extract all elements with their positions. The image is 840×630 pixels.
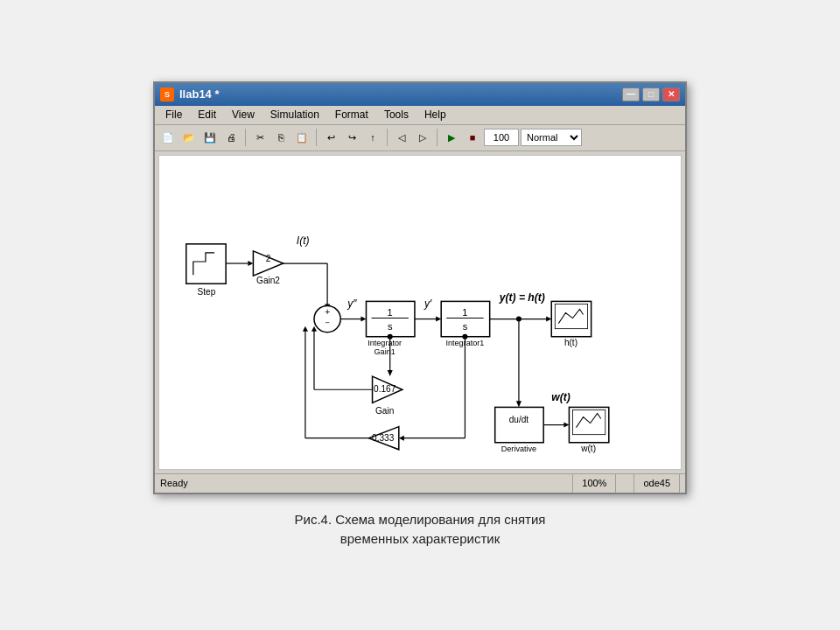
svg-marker-44 — [564, 422, 569, 427]
undo-button[interactable]: ↩ — [321, 128, 340, 147]
paste-button[interactable]: 📋 — [292, 128, 312, 147]
status-zoom: 100% — [573, 474, 616, 493]
simulink-diagram: Step 2 Gain2 I(t) + − y″ — [159, 156, 681, 469]
svg-text:Gain: Gain — [375, 406, 394, 416]
menu-format[interactable]: Format — [328, 107, 375, 122]
mode-select[interactable]: Normal Accelerator — [521, 129, 582, 146]
app-icon: S — [160, 88, 174, 102]
separator1 — [245, 129, 246, 146]
status-solver: ode45 — [634, 474, 680, 493]
maximize-button[interactable]: □ — [642, 88, 660, 102]
ready-label: Ready — [160, 478, 188, 488]
svg-text:y(t) = h(t): y(t) = h(t) — [499, 291, 545, 304]
svg-text:y″: y″ — [346, 298, 357, 310]
menu-tools[interactable]: Tools — [377, 107, 416, 122]
menu-help[interactable]: Help — [417, 107, 453, 122]
title-bar-left: S llab14 * — [160, 88, 220, 102]
svg-text:+: + — [325, 306, 330, 316]
svg-text:s: s — [463, 320, 468, 331]
title-buttons: — □ ✕ — [622, 88, 680, 102]
svg-text:w(t): w(t) — [580, 443, 596, 452]
svg-text:Derivative: Derivative — [501, 444, 536, 452]
sim-time-input[interactable] — [484, 129, 519, 146]
svg-marker-38 — [516, 401, 522, 407]
up-button[interactable]: ↑ — [363, 128, 382, 147]
status-bar: Ready 100% ode45 — [155, 473, 685, 493]
menu-edit[interactable]: Edit — [191, 107, 223, 122]
caption-line1: Рис.4. Схема моделирования для снятия — [295, 510, 546, 530]
minimize-button[interactable]: — — [622, 88, 640, 102]
svg-text:y′: y′ — [424, 298, 432, 310]
redo-button[interactable]: ↪ — [342, 128, 361, 147]
svg-text:0.333: 0.333 — [372, 432, 395, 442]
status-empty — [616, 474, 634, 493]
menu-view[interactable]: View — [225, 107, 262, 122]
svg-text:Gain2: Gain2 — [256, 276, 280, 285]
caption: Рис.4. Схема моделирования для снятия вр… — [295, 510, 546, 550]
cut-button[interactable]: ✂ — [250, 128, 270, 147]
svg-marker-25 — [436, 316, 441, 321]
canvas-area[interactable]: Step 2 Gain2 I(t) + − y″ — [158, 155, 682, 470]
svg-text:h(t): h(t) — [564, 337, 578, 346]
svg-marker-33 — [546, 316, 551, 321]
svg-point-66 — [516, 316, 522, 321]
simulink-window: S llab14 * — □ ✕ File Edit View Simulati… — [153, 81, 687, 494]
stop-button[interactable]: ■ — [463, 128, 482, 147]
svg-text:I(t): I(t) — [297, 234, 310, 246]
menu-simulation[interactable]: Simulation — [263, 107, 326, 122]
svg-rect-0 — [186, 243, 226, 283]
svg-marker-63 — [303, 326, 308, 331]
open-button[interactable]: 📂 — [179, 128, 199, 147]
menu-file[interactable]: File — [158, 107, 189, 122]
svg-rect-35 — [555, 304, 587, 328]
separator4 — [437, 129, 438, 146]
svg-text:Integrator: Integrator — [368, 338, 402, 346]
status-ready: Ready — [160, 474, 573, 493]
print-button[interactable]: 🖨 — [221, 128, 241, 147]
svg-marker-49 — [388, 370, 393, 376]
title-bar: S llab14 * — □ ✕ — [155, 83, 685, 106]
svg-text:−: − — [325, 318, 329, 326]
solver-label: ode45 — [643, 478, 670, 488]
svg-text:w(t): w(t) — [551, 391, 570, 403]
svg-marker-16 — [360, 316, 366, 321]
copy-button[interactable]: ⎘ — [271, 128, 290, 147]
svg-text:1: 1 — [462, 306, 467, 317]
svg-text:Step: Step — [198, 287, 216, 297]
svg-text:s: s — [388, 320, 393, 331]
zoom-in-button[interactable]: ▷ — [413, 128, 432, 147]
menu-bar: File Edit View Simulation Format Tools H… — [155, 106, 685, 125]
caption-line2: временных характеристик — [295, 529, 546, 550]
svg-text:Gain1: Gain1 — [374, 346, 396, 355]
page-container: S llab14 * — □ ✕ File Edit View Simulati… — [0, 0, 840, 630]
new-button[interactable]: 📄 — [158, 128, 178, 147]
toolbar: 📄 📂 💾 🖨 ✂ ⎘ 📋 ↩ ↪ ↑ ◁ ▷ ▶ ■ Normal Accel… — [155, 125, 685, 151]
svg-marker-58 — [399, 435, 404, 440]
zoom-out-button[interactable]: ◁ — [392, 128, 411, 147]
svg-text:1: 1 — [388, 306, 393, 317]
zoom-label: 100% — [582, 478, 606, 488]
svg-text:2: 2 — [266, 254, 271, 263]
svg-text:du/dt: du/dt — [509, 414, 529, 424]
svg-text:0.167: 0.167 — [374, 384, 396, 394]
svg-rect-39 — [495, 407, 543, 442]
svg-marker-3 — [248, 261, 253, 266]
svg-point-64 — [388, 333, 393, 339]
close-button[interactable]: ✕ — [662, 88, 680, 102]
svg-point-65 — [462, 333, 467, 339]
window-title: llab14 * — [179, 88, 220, 101]
play-button[interactable]: ▶ — [442, 128, 461, 147]
save-button[interactable]: 💾 — [200, 128, 220, 147]
separator2 — [316, 129, 317, 146]
separator3 — [387, 129, 388, 146]
